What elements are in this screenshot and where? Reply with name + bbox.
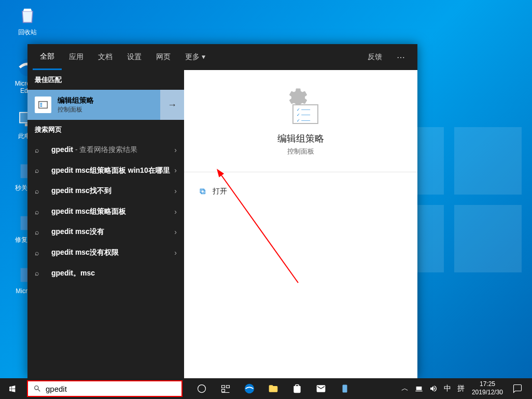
chevron-right-icon: ›	[174, 249, 177, 257]
system-tray: ︿ 中 拼 17:25 2019/12/30	[398, 378, 532, 399]
result-detail-pane: ✓ ─── ✓ ─── ✓ ─── 编辑组策略 控制面板 ⧉ 打开	[184, 70, 417, 378]
taskbar-app-icon[interactable]	[333, 378, 357, 399]
search-icon: ⌕	[35, 166, 45, 174]
web-result-0[interactable]: ⌕gpedit - 查看网络搜索结果›	[27, 140, 184, 160]
taskbar: ︿ 中 拼 17:25 2019/12/30	[0, 378, 532, 399]
tab-0[interactable]: 全部	[33, 44, 62, 70]
web-result-3[interactable]: ⌕gpedit msc组策略面板›	[27, 201, 184, 222]
detail-subtitle: 控制面板	[194, 147, 407, 156]
expand-arrow-icon[interactable]: →	[160, 90, 184, 120]
tray-notifications-icon[interactable]	[507, 378, 528, 399]
web-results-header: 搜索网页	[27, 120, 184, 140]
gpedit-icon	[35, 97, 51, 113]
tray-ime1[interactable]: 中	[441, 378, 454, 399]
start-button[interactable]	[0, 378, 25, 399]
chevron-right-icon: ›	[174, 228, 177, 236]
chevron-right-icon: ›	[174, 166, 177, 174]
best-match-item[interactable]: 编辑组策略 控制面板 →	[27, 90, 184, 120]
search-icon: ⌕	[35, 208, 45, 216]
taskbar-search-box[interactable]	[27, 380, 183, 397]
svg-rect-13	[227, 386, 230, 388]
search-icon: ⌕	[35, 228, 45, 236]
tray-date: 2019/12/30	[472, 389, 503, 397]
tab-2[interactable]: 文档	[91, 44, 120, 70]
svg-rect-12	[222, 386, 225, 388]
search-results-panel: 全部应用文档设置网页 更多 ▾ 反馈 ⋯ 最佳匹配 编辑组策略 控制面板 →	[27, 44, 417, 378]
svg-point-11	[198, 385, 206, 393]
tray-ime2[interactable]: 拼	[454, 378, 468, 399]
chevron-right-icon: ›	[174, 187, 177, 195]
search-icon: ⌕	[35, 269, 45, 277]
web-result-2[interactable]: ⌕gpedit msc找不到›	[27, 181, 184, 201]
web-result-5[interactable]: ⌕gpedit msc没有权限›	[27, 242, 184, 263]
best-match-subtitle: 控制面板	[58, 105, 153, 114]
detail-title: 编辑组策略	[194, 132, 407, 145]
feedback-link[interactable]: 反馈	[360, 52, 389, 62]
tab-more[interactable]: 更多 ▾	[178, 52, 213, 62]
tray-clock[interactable]: 17:25 2019/12/30	[468, 380, 507, 396]
open-action[interactable]: ⧉ 打开	[194, 183, 407, 200]
taskbar-store-icon[interactable]	[285, 378, 309, 399]
tray-volume-icon[interactable]	[426, 378, 441, 399]
best-match-header: 最佳匹配	[27, 70, 184, 90]
svg-rect-14	[222, 390, 225, 392]
web-result-6[interactable]: ⌕gpedit。msc	[27, 263, 184, 284]
desktop-icon-recycle-bin[interactable]: 回收站	[9, 5, 46, 37]
svg-rect-17	[343, 385, 347, 393]
taskbar-explorer-icon[interactable]	[261, 378, 285, 399]
tab-4[interactable]: 网页	[149, 44, 178, 70]
search-icon: ⌕	[35, 249, 45, 257]
task-view-icon[interactable]	[214, 378, 237, 399]
chevron-right-icon: ›	[174, 146, 177, 154]
taskbar-edge-icon[interactable]	[237, 378, 261, 399]
search-icon: ⌕	[35, 146, 45, 154]
more-options-icon[interactable]: ⋯	[389, 52, 412, 62]
search-input[interactable]	[46, 384, 176, 393]
web-result-1[interactable]: ⌕gpedit msc组策略面板 win10在哪里›	[27, 160, 184, 181]
tray-network-icon[interactable]	[412, 378, 426, 399]
taskbar-mail-icon[interactable]	[309, 378, 333, 399]
chevron-right-icon: ›	[174, 208, 177, 216]
cortana-icon[interactable]	[190, 378, 214, 399]
tab-3[interactable]: 设置	[120, 44, 149, 70]
open-label: 打开	[213, 187, 227, 196]
search-icon: ⌕	[35, 187, 45, 195]
tab-1[interactable]: 应用	[62, 44, 91, 70]
search-filter-tabs: 全部应用文档设置网页 更多 ▾ 反馈 ⋯	[27, 44, 417, 70]
open-icon: ⧉	[200, 187, 205, 196]
search-icon	[33, 384, 41, 393]
svg-rect-6	[39, 102, 48, 108]
best-match-title: 编辑组策略	[58, 96, 153, 105]
web-result-4[interactable]: ⌕gpedit msc没有›	[27, 222, 184, 242]
tray-chevron-icon[interactable]: ︿	[398, 378, 412, 399]
detail-icon: ✓ ─── ✓ ─── ✓ ───	[280, 91, 321, 124]
results-list: 最佳匹配 编辑组策略 控制面板 → 搜索网页 ⌕gpedit - 查看网络搜索结…	[27, 70, 184, 378]
tray-time: 17:25	[472, 380, 503, 389]
